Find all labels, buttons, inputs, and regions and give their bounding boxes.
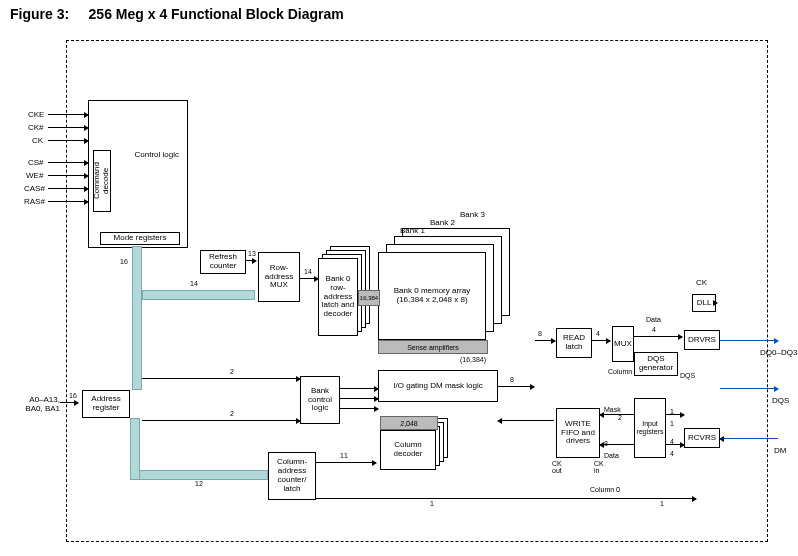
w-mux-4: 4 bbox=[652, 326, 656, 333]
row-latch-block: Bank 0 row- address latch and decoder bbox=[318, 258, 358, 336]
w-ir-1b: 1 bbox=[670, 420, 674, 427]
pin-cas: CAS# bbox=[24, 184, 45, 193]
lbl-data-2: Data bbox=[604, 452, 619, 459]
addr-width-16: 16 bbox=[69, 392, 77, 399]
bank3-label: Bank 3 bbox=[460, 210, 485, 219]
bottom-1b: 1 bbox=[660, 500, 664, 507]
write-fifo-block: WRITE FIFO and drivers bbox=[556, 408, 600, 458]
bus-addr-to-col bbox=[130, 470, 268, 480]
w-io-8b: 8 bbox=[538, 330, 542, 337]
pin-addr: A0–A13, BA0, BA1 bbox=[18, 395, 60, 413]
mux-block: MUX bbox=[612, 326, 634, 362]
bank2-label: Bank 2 bbox=[430, 218, 455, 227]
sense-width: (16,384) bbox=[460, 356, 486, 363]
bus-mode-to-addr bbox=[132, 246, 142, 390]
input-registers-block: Input registers bbox=[634, 398, 666, 458]
refresh-counter-block: Refresh counter bbox=[200, 250, 246, 274]
w-mode-16: 16 bbox=[120, 258, 128, 265]
lbl-dqs: DQS bbox=[680, 372, 695, 379]
w-col-12: 12 bbox=[195, 480, 203, 487]
w-bank-2b: 2 bbox=[230, 410, 234, 417]
w-refresh-13: 13 bbox=[248, 250, 256, 257]
dq-output bbox=[720, 340, 778, 341]
pin-dq: DQ0–DQ3 bbox=[760, 348, 797, 357]
pin-ck-right: CK bbox=[696, 278, 707, 287]
memory-array-block: Bank 0 memory array (16,384 x 2,048 x 8) bbox=[378, 252, 486, 340]
pin-cke: CKE bbox=[28, 110, 44, 119]
lbl-data: Data bbox=[646, 316, 661, 323]
bus-addr-to-col-v bbox=[130, 418, 140, 480]
dqs-output bbox=[720, 388, 778, 389]
dqs-generator-block: DQS generator bbox=[634, 352, 678, 376]
bank1-label: Bank 1 bbox=[400, 226, 425, 235]
w-read-4: 4 bbox=[596, 330, 600, 337]
pin-dm: DM bbox=[774, 446, 786, 455]
w-col-11: 11 bbox=[340, 452, 348, 459]
address-register-block: Address register bbox=[82, 390, 130, 418]
column-decoder-block: Column decoder bbox=[380, 430, 436, 470]
pin-ras: RAS# bbox=[24, 197, 45, 206]
row-addr-mux-block: Row- address MUX bbox=[258, 252, 300, 302]
rcvrs-block: RCVRS bbox=[684, 428, 720, 448]
w-bank-2a: 2 bbox=[230, 368, 234, 375]
col-addr-latch-block: Column- address counter/ latch bbox=[268, 452, 316, 500]
pin-cs: CS# bbox=[28, 158, 44, 167]
pin-we: WE# bbox=[26, 171, 43, 180]
bottom-1: 1 bbox=[430, 500, 434, 507]
pin-ckn: CK# bbox=[28, 123, 44, 132]
col-2048: 2,048 bbox=[380, 416, 438, 430]
sense-amplifiers-block: Sense amplifiers bbox=[378, 340, 488, 354]
command-decode-block: Command decode bbox=[93, 150, 111, 212]
lbl-ck-in: CK in bbox=[594, 460, 604, 474]
w-rowmux-14: 14 bbox=[304, 268, 312, 275]
figure-label: Figure 3: bbox=[10, 6, 69, 22]
w-ir-4b: 4 bbox=[670, 450, 674, 457]
lbl-col0-b: Column 0 bbox=[590, 486, 620, 493]
bank-control-block: Bank control logic bbox=[300, 376, 340, 424]
w-io-8: 8 bbox=[510, 376, 514, 383]
row-bus-16384: 16,384 bbox=[358, 290, 380, 306]
lbl-mask: Mask bbox=[604, 406, 621, 413]
figure-title: 256 Meg x 4 Functional Block Diagram bbox=[89, 6, 344, 22]
read-latch-block: READ latch bbox=[556, 328, 592, 358]
w-addr-14: 14 bbox=[190, 280, 198, 287]
w-wf-2: 2 bbox=[618, 414, 622, 421]
bus-addr-to-row bbox=[142, 290, 255, 300]
pin-ck: CK bbox=[32, 136, 43, 145]
lbl-ck-out: CK out bbox=[552, 460, 562, 474]
pin-dqs: DQS bbox=[772, 396, 789, 405]
mode-registers-block: Mode registers bbox=[100, 232, 180, 245]
drvrs-block: DRVRS bbox=[684, 330, 720, 350]
io-gating-block: I/O gating DM mask logic bbox=[378, 370, 498, 402]
